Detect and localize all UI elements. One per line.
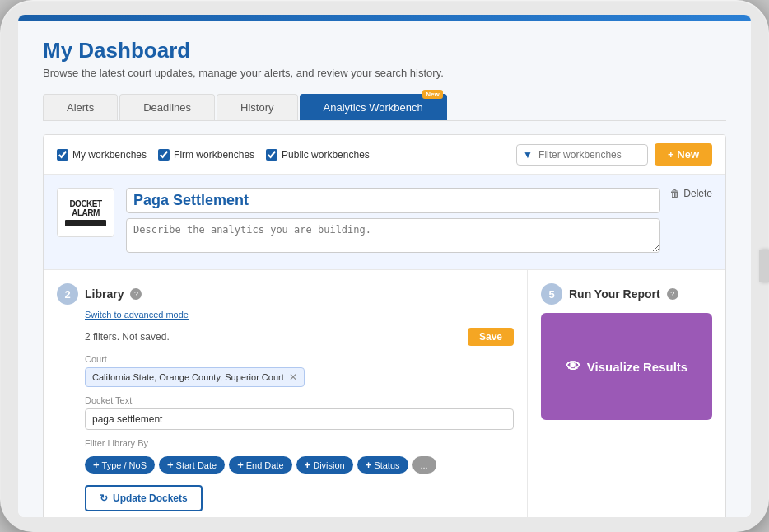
library-header: 2 Library ?	[57, 283, 514, 305]
library-help-icon[interactable]: ?	[130, 288, 142, 300]
chip-more[interactable]: ...	[412, 456, 436, 474]
report-section: 5 Run Your Report ? 👁 Visualize Results	[528, 270, 725, 517]
switch-advanced-mode-link[interactable]: Switch to advanced mode	[85, 310, 514, 320]
filter-chips: + Type / NoS + Start Date + End Date	[85, 456, 514, 474]
library-title: Library	[85, 287, 124, 301]
eye-icon: 👁	[566, 358, 580, 376]
tablet-home-button[interactable]	[759, 250, 769, 282]
report-header: 5 Run Your Report ?	[541, 283, 712, 305]
chip-start-date[interactable]: + Start Date	[159, 456, 225, 474]
chip-status[interactable]: + Status	[357, 456, 408, 474]
tab-history[interactable]: History	[217, 94, 297, 120]
checkbox-my-workbenches[interactable]: My workbenches	[57, 149, 147, 161]
update-dockets-button[interactable]: ↻ Update Dockets	[85, 485, 203, 511]
court-label: Court	[85, 354, 514, 364]
tablet-frame: My Dashboard Browse the latest court upd…	[0, 0, 769, 532]
docket-text-input[interactable]	[85, 408, 514, 430]
tablet-screen: My Dashboard Browse the latest court upd…	[18, 15, 751, 517]
filter-icon: ▼	[523, 149, 533, 161]
save-button[interactable]: Save	[468, 328, 514, 346]
filter-workbenches-input[interactable]	[516, 144, 648, 166]
chip-division[interactable]: + Division	[296, 456, 353, 474]
tab-alerts[interactable]: Alerts	[43, 94, 118, 120]
filter-input-wrap: ▼	[516, 144, 648, 166]
court-field-group: Court California State, Orange County, S…	[85, 354, 514, 387]
chip-type-nos[interactable]: + Type / NoS	[85, 456, 155, 474]
tab-bar: Alerts Deadlines History Analytics Workb…	[43, 94, 726, 121]
chip-end-date[interactable]: + End Date	[229, 456, 291, 474]
checkbox-public-workbenches[interactable]: Public workbenches	[266, 149, 370, 161]
main-panel: My workbenches Firm workbenches Public w…	[43, 134, 726, 517]
library-step-circle: 2	[57, 283, 78, 305]
filter-row: My workbenches Firm workbenches Public w…	[44, 135, 725, 175]
new-workbench-button[interactable]: + New	[655, 143, 712, 166]
report-help-icon[interactable]: ?	[667, 288, 678, 300]
refresh-icon: ↻	[100, 492, 108, 504]
checkbox-group: My workbenches Firm workbenches Public w…	[57, 149, 506, 161]
visualize-results-button[interactable]: 👁 Visualize Results	[541, 313, 712, 420]
page-subtitle: Browse the latest court updates, manage …	[43, 67, 726, 79]
two-column-section: 2 Library ? Switch to advanced mode 2 fi…	[44, 270, 725, 517]
filter-library-label-group: Filter Library By	[85, 438, 514, 448]
filter-status-text: 2 filters. Not saved.	[85, 331, 170, 343]
docket-alarm-logo: DOCKETALARM	[57, 188, 114, 237]
filter-library-by-label: Filter Library By	[85, 438, 514, 448]
content-area: My Dashboard Browse the latest court upd…	[18, 21, 751, 517]
workbench-description-input[interactable]	[126, 218, 660, 253]
checkbox-firm-workbenches[interactable]: Firm workbenches	[158, 149, 254, 161]
trash-icon: 🗑	[670, 188, 680, 199]
library-section: 2 Library ? Switch to advanced mode 2 fi…	[44, 270, 528, 517]
filter-status-row: 2 filters. Not saved. Save	[85, 328, 514, 346]
workbench-info	[126, 188, 660, 256]
report-step-circle: 5	[541, 283, 562, 305]
new-badge: New	[422, 90, 442, 99]
tab-analytics-workbench[interactable]: Analytics Workbench New	[300, 94, 447, 120]
court-tag: California State, Orange County, Superio…	[85, 367, 305, 387]
docket-text-field-group: Docket Text	[85, 395, 514, 430]
page-title: My Dashboard	[43, 38, 726, 63]
docket-text-label: Docket Text	[85, 395, 514, 405]
filter-right: ▼ + New	[516, 143, 712, 166]
tab-deadlines[interactable]: Deadlines	[119, 94, 215, 120]
report-title: Run Your Report	[569, 287, 660, 301]
top-bar	[18, 15, 751, 21]
workbench-card: DOCKETALARM 🗑 Delete	[44, 175, 725, 270]
workbench-title-input[interactable]	[126, 188, 660, 213]
court-remove-button[interactable]: ✕	[289, 371, 297, 383]
delete-button[interactable]: 🗑 Delete	[670, 188, 712, 199]
